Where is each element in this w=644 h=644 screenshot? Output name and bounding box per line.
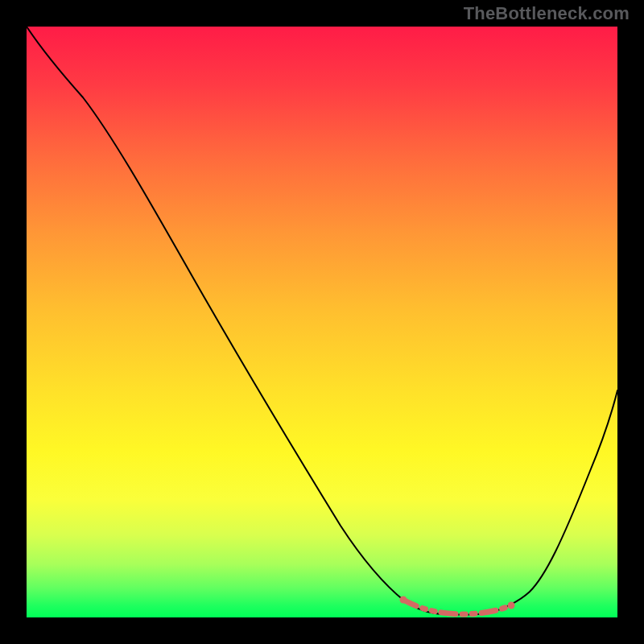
valley-marker-start [400, 597, 407, 604]
valley-marker [403, 600, 511, 614]
chart-frame: { "watermark": "TheBottleneck.com", "cha… [0, 0, 644, 644]
plot-area [27, 27, 617, 617]
bottleneck-curve [27, 27, 617, 615]
curve-svg [27, 27, 617, 617]
watermark-text: TheBottleneck.com [464, 3, 630, 24]
valley-marker-end [508, 602, 515, 609]
